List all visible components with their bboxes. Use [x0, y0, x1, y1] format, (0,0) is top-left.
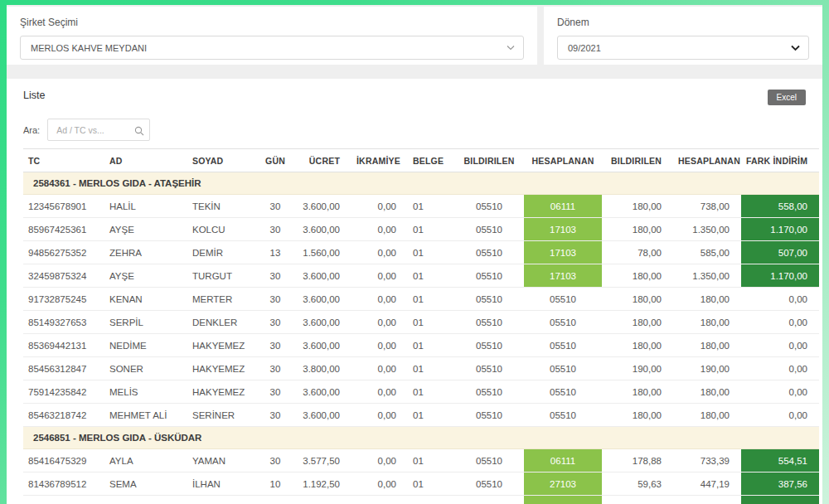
- table-cell: 85369442131: [23, 334, 104, 357]
- column-header: SOYAD: [187, 149, 255, 172]
- table-cell: TURGUT: [187, 264, 255, 288]
- column-header: HESAPLANAN: [673, 149, 741, 172]
- table-header-row: TCADSOYADGÜNÜCRETİKRAMİYEBELGEBILDIRILEN…: [23, 149, 819, 172]
- table-cell: 05510: [454, 311, 524, 334]
- table-cell: 78,00: [602, 241, 673, 264]
- table-row: 85456312847SONERHAKYEMEZ303.800,000,0001…: [23, 357, 819, 380]
- table-cell: 30: [255, 357, 295, 380]
- table-cell: 1.350,00: [673, 264, 741, 288]
- table-cell: 01: [408, 241, 454, 264]
- table-cell: [524, 496, 602, 504]
- table-cell: 738,00: [673, 195, 741, 218]
- table-cell: ZEHRA: [104, 241, 187, 264]
- table-cell: 0,00: [351, 449, 408, 472]
- table-cell: 3.600,00: [295, 264, 351, 288]
- list-panel: Liste Excel Ara: TCADSOYADGÜNÜCRETİKRAMİ…: [7, 79, 822, 504]
- table-row: [23, 496, 819, 504]
- table-cell: 180,00: [673, 380, 741, 404]
- table-cell: 05510: [454, 357, 524, 380]
- table-cell: 3.600,00: [295, 334, 351, 357]
- table-cell: 01: [408, 334, 454, 357]
- table-cell: 01: [408, 472, 454, 496]
- table-cell: 180,00: [673, 404, 741, 427]
- group-title: 2546851 - MERLOS GIDA - ÜSKÜDAR: [23, 427, 819, 449]
- table-cell: HAKYEMEZ: [187, 334, 255, 357]
- table-cell: [602, 496, 673, 504]
- group-title: 2584361 - MERLOS GIDA - ATAŞEHİR: [23, 172, 819, 195]
- excel-export-button[interactable]: Excel: [768, 90, 806, 105]
- table-cell: HAKYEMEZ: [187, 357, 255, 380]
- table-cell: MELİS: [104, 380, 187, 404]
- table-cell: 05510: [454, 195, 524, 218]
- column-header: ÜCRET: [295, 149, 351, 172]
- period-select-value: 09/2021: [568, 43, 601, 53]
- table-cell: SERPİL: [104, 311, 187, 334]
- table-row: 91732875245KENANMERTER303.600,000,000105…: [23, 288, 819, 311]
- table-cell: 0,00: [351, 288, 408, 311]
- table-cell: 178,88: [602, 449, 673, 472]
- table-cell: 0,00: [351, 241, 408, 264]
- payroll-table: TCADSOYADGÜNÜCRETİKRAMİYEBELGEBILDIRILEN…: [23, 148, 819, 504]
- table-cell: 0,00: [351, 218, 408, 241]
- table-cell: 85463218742: [23, 404, 104, 427]
- table-cell: 10: [255, 472, 295, 496]
- table-cell: 30: [255, 218, 295, 241]
- table-cell: 3.577,50: [295, 449, 351, 472]
- table-cell: 180,00: [673, 288, 741, 311]
- period-select[interactable]: 09/2021: [557, 36, 809, 60]
- table-cell: 05510: [454, 288, 524, 311]
- table-cell: KENAN: [104, 288, 187, 311]
- period-select-label: Dönem: [557, 17, 809, 28]
- table-cell: [104, 496, 187, 504]
- chevron-down-icon: [791, 45, 800, 51]
- table-cell: SEMA: [104, 472, 187, 496]
- table-cell: 180,00: [602, 195, 673, 218]
- group-header-row: 2546851 - MERLOS GIDA - ÜSKÜDAR: [23, 427, 819, 449]
- table-cell: 05510: [454, 449, 524, 472]
- table-cell: 0,00: [741, 288, 819, 311]
- table-cell: 30: [255, 311, 295, 334]
- table-cell: 1.560,00: [295, 241, 351, 264]
- table-cell: [673, 496, 741, 504]
- table-cell: SONER: [104, 357, 187, 380]
- table-cell: MERTER: [187, 288, 255, 311]
- table-cell: 30: [255, 334, 295, 357]
- table-cell: 3.600,00: [295, 311, 351, 334]
- table-cell: 0,00: [741, 357, 819, 380]
- table-cell: 75914235842: [23, 380, 104, 404]
- table-cell: 01: [408, 264, 454, 288]
- table-cell: 01: [408, 380, 454, 404]
- table-row: 32459875324AYŞETURGUT303.600,000,0001055…: [23, 264, 819, 288]
- table-cell: 05510: [524, 380, 602, 404]
- table-cell: 06111: [524, 449, 602, 472]
- table-cell: 05510: [454, 218, 524, 241]
- column-header: BILDIRILEN: [454, 149, 524, 172]
- filter-bar: Şirket Seçimi MERLOS KAHVE MEYDANI Dönem…: [7, 7, 822, 65]
- table-cell: 507,00: [741, 241, 819, 264]
- table-cell: 3.800,00: [295, 357, 351, 380]
- table-cell: 05510: [454, 241, 524, 264]
- table-cell: 554,51: [741, 449, 819, 472]
- table-cell: 06111: [524, 195, 602, 218]
- company-select[interactable]: MERLOS KAHVE MEYDANI: [20, 36, 524, 60]
- table-cell: 0,00: [741, 334, 819, 357]
- table-cell: 180,00: [602, 288, 673, 311]
- table-cell: [408, 496, 454, 504]
- column-header: BILDIRILEN: [602, 149, 673, 172]
- column-header: İKRAMİYE: [351, 149, 408, 172]
- table-cell: 585,00: [673, 241, 741, 264]
- table-cell: 0,00: [741, 380, 819, 404]
- search-label: Ara:: [23, 125, 40, 135]
- table-cell: 85149327653: [23, 311, 104, 334]
- table-cell: 17103: [524, 241, 602, 264]
- table-cell: 190,00: [673, 357, 741, 380]
- column-header: TC: [23, 149, 104, 172]
- table-cell: 387,56: [741, 472, 819, 496]
- table-cell: İLHAN: [187, 472, 255, 496]
- table-head: TCADSOYADGÜNÜCRETİKRAMİYEBELGEBILDIRILEN…: [23, 149, 819, 172]
- search-input[interactable]: [47, 119, 150, 141]
- table-cell: 01: [408, 449, 454, 472]
- column-header: FARK İNDİRİM: [741, 149, 819, 172]
- table-cell: 01: [408, 195, 454, 218]
- table-cell: 0,00: [741, 404, 819, 427]
